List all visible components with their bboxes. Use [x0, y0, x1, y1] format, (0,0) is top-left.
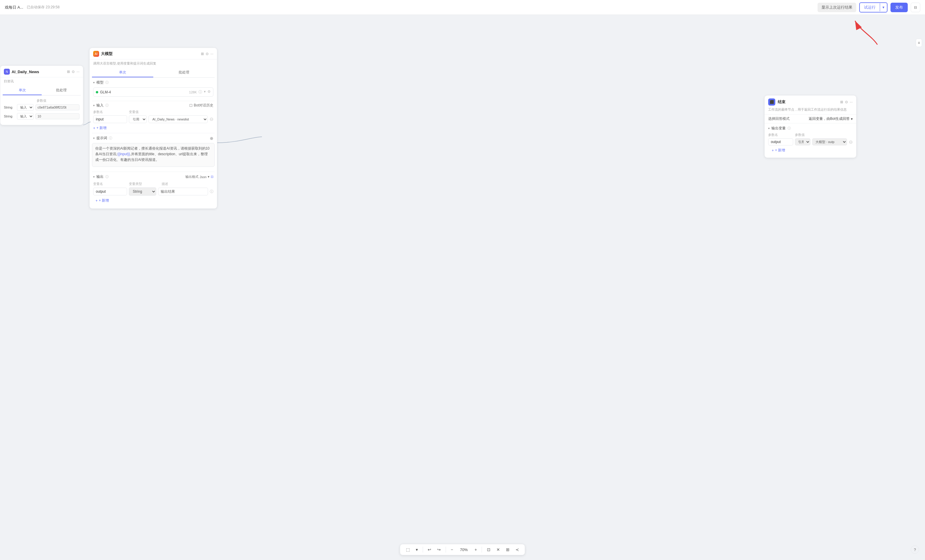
output-add-plus-icon: +	[95, 199, 98, 203]
bot-history-label: Bot对话历史	[194, 103, 213, 108]
model-name-label: GLM-4	[100, 90, 187, 94]
input-section-label: 输入	[96, 103, 104, 108]
prompt-info-icon: ⓘ	[109, 136, 112, 140]
node-ai-daily-news-header: N AI_Daily_News ⊞ ⊙ ···	[0, 66, 83, 77]
param-row-1: String 输入 c0e871a6a08ff21f3t	[4, 104, 80, 111]
output-info-btn[interactable]: ⓘ	[210, 189, 213, 194]
input-add-button[interactable]: + + 新增	[90, 125, 217, 133]
model-select-icons: ⓘ ▾ ⚙	[199, 90, 211, 95]
model-dropdown-icon[interactable]: ▾	[204, 90, 206, 95]
node-news-icon-more[interactable]: ···	[77, 70, 80, 74]
node-news-icon-share[interactable]: ⊞	[67, 70, 70, 74]
output-header-left: ▾ 输出 ⓘ	[93, 174, 108, 179]
param-mode-select-2[interactable]: 输入	[17, 113, 34, 120]
tab-llm-batch[interactable]: 批处理	[153, 68, 215, 77]
node-ai-daily-news: N AI_Daily_News ⊞ ⊙ ··· 归资讯 单次 批处理 参数值 S…	[0, 65, 83, 125]
output-format-label: 输出格式	[185, 174, 199, 179]
input-bot-history[interactable]: ☐ Bot对话历史	[189, 103, 213, 108]
model-section-content: GLM-4 128K ⓘ ▾ ⚙	[90, 87, 217, 101]
model-section-label: 模型	[96, 80, 104, 85]
col-param-value: 变量值	[129, 110, 213, 114]
param-row-2: String 输入 10	[4, 113, 80, 120]
input-ref-select[interactable]: 引用	[129, 116, 147, 123]
node-llm-icon-settings[interactable]: ⊙	[206, 52, 209, 56]
model-info-icon[interactable]: ⓘ	[199, 90, 202, 95]
prompt-section-label: 提示词	[96, 136, 107, 141]
output-col-name: 变量名	[93, 182, 129, 186]
param-mode-select-1[interactable]: 输入	[17, 104, 34, 111]
param-col-value-label: 参数值	[37, 98, 47, 103]
output-var-name-field[interactable]	[93, 188, 127, 195]
prompt-body[interactable]: 你是一个资深的AI新闻记者，擅长通俗化报道AI资讯，请根据获取到的10条AI当日…	[92, 143, 215, 167]
input-add-plus-icon: +	[93, 126, 95, 130]
workflow-canvas: N AI_Daily_News ⊞ ⊙ ··· 归资讯 单次 批处理 参数值 S…	[0, 15, 462, 280]
node-llm-icons: ⊞ ⊙ ···	[201, 52, 213, 56]
model-select-row[interactable]: GLM-4 128K ⓘ ▾ ⚙	[93, 87, 213, 97]
node-llm-icon-more[interactable]: ···	[211, 52, 213, 56]
output-format-value: Json	[200, 175, 206, 179]
prompt-section-header[interactable]: ▾ 提示词 ⓘ ⊕	[92, 133, 215, 143]
node-llm-title: 大模型	[101, 51, 113, 57]
output-col-desc: 描述	[161, 182, 213, 186]
output-section-label: 输出	[96, 174, 104, 179]
param-type-1: String	[4, 105, 15, 109]
input-param-row: 引用 AI_Daily_News · newslist ⊖	[90, 116, 217, 125]
header-left: 戏每日 A... 已自动保存 23:29:58	[5, 5, 60, 10]
output-add-label: + 新增	[99, 198, 109, 203]
output-format-icon[interactable]: ⊡	[211, 175, 213, 179]
tab-llm-single[interactable]: 单次	[92, 68, 153, 77]
output-col-headers: 变量名 变量类型 描述	[92, 182, 215, 188]
input-col-headers: 参数名 变量值	[90, 110, 217, 116]
node-news-icon-settings[interactable]: ⊙	[72, 70, 75, 74]
tab-batch[interactable]: 批处理	[42, 86, 81, 95]
col-param-name: 参数名	[93, 110, 129, 114]
input-param-name-field[interactable]	[93, 116, 127, 123]
output-add-button[interactable]: + + 新增	[92, 197, 215, 206]
param-type-2: String	[4, 114, 15, 118]
model-chevron-icon: ▾	[93, 81, 95, 84]
output-chevron-icon: ▾	[93, 175, 95, 179]
checkbox-icon: ☐	[189, 104, 193, 108]
input-section-header: ▾ 输入 ⓘ ☐ Bot对话历史	[90, 101, 217, 110]
prompt-action-icon[interactable]: ⊕	[210, 136, 213, 141]
input-header-left: ▾ 输入 ⓘ	[93, 103, 108, 108]
model-settings-icon[interactable]: ⚙	[208, 90, 211, 95]
input-delete-button[interactable]: ⊖	[209, 117, 213, 122]
output-format-selector[interactable]: 输出格式 Json ▾ ⊡	[185, 174, 213, 179]
header: 戏每日 A... 已自动保存 23:29:58 显示上次运行结果 试运行 ▾ 发…	[0, 0, 462, 15]
param-col-headers: 参数值	[4, 98, 80, 103]
input-source-select[interactable]: AI_Daily_News · newslist	[149, 116, 208, 123]
param-value-1: c0e871a6a08ff21f3t	[35, 104, 80, 110]
node-llm: AI 大模型 ⊞ ⊙ ··· 调用大语言模型,使用变量和提示词生成回复 单次 批…	[89, 48, 217, 209]
output-section: ▾ 输出 ⓘ 输出格式 Json ▾ ⊡ 变量名 变量类型 描述	[90, 172, 217, 209]
output-desc-field[interactable]	[158, 188, 208, 195]
node-llm-header: AI 大模型 ⊞ ⊙ ···	[90, 48, 217, 60]
model-section-header[interactable]: ▾ 模型 ⓘ	[90, 78, 217, 87]
output-param-row: String ⓘ	[92, 188, 215, 197]
tab-single[interactable]: 单次	[3, 86, 42, 95]
node-llm-subtitle: 调用大语言模型,使用变量和提示词生成回复	[90, 60, 217, 68]
connection-lines	[0, 15, 462, 280]
model-status-dot	[96, 91, 98, 93]
node-news-subtitle: 归资讯	[0, 77, 83, 86]
node-news-icon: N	[4, 69, 10, 75]
node-news-tabs: 单次 批处理	[3, 86, 81, 96]
prompt-chevron-icon: ▾	[93, 137, 95, 140]
output-type-select[interactable]: String	[129, 188, 156, 196]
node-llm-icon: AI	[93, 51, 99, 57]
node-llm-tabs: 单次 批处理	[92, 68, 215, 78]
model-token-label: 128K	[189, 90, 197, 94]
node-news-icons: ⊞ ⊙ ···	[67, 70, 80, 74]
output-section-header: ▾ 输出 ⓘ 输出格式 Json ▾ ⊡	[92, 172, 215, 182]
input-info-icon: ⓘ	[105, 103, 108, 108]
app-title: 戏每日 A...	[5, 5, 23, 10]
prompt-section: ▾ 提示词 ⓘ ⊕ 你是一个资深的AI新闻记者，擅长通俗化报道AI资讯，请根据获…	[90, 133, 217, 171]
prompt-var: {{input}}	[118, 152, 130, 156]
node-llm-icon-share[interactable]: ⊞	[201, 52, 204, 56]
input-add-label: + 新增	[96, 126, 107, 131]
output-format-chevron: ▾	[208, 175, 209, 179]
input-chevron-icon: ▾	[93, 104, 95, 107]
model-info-icon: ⓘ	[105, 80, 108, 85]
node-news-title: AI_Daily_News	[12, 70, 39, 74]
autosave-status: 已自动保存 23:29:58	[27, 5, 60, 10]
